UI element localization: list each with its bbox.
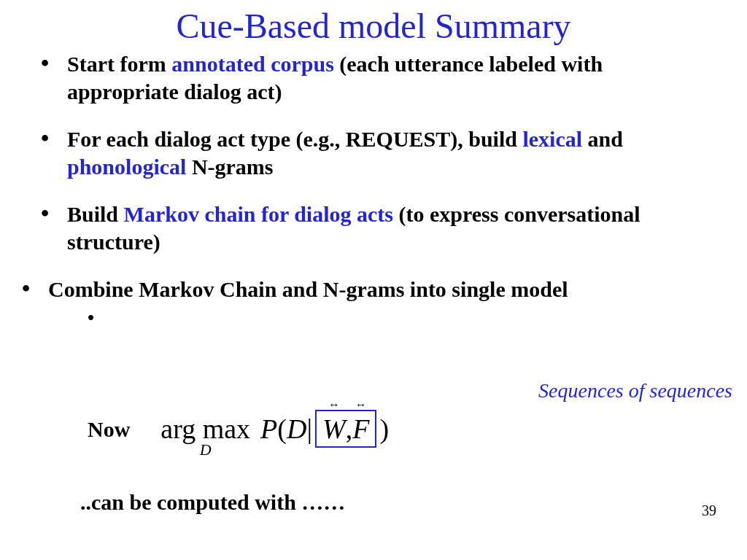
- bullet-list-top: Start form annotated corpus (each uttera…: [0, 50, 747, 255]
- bullet-2-text-c: N-grams: [186, 155, 273, 179]
- sub-bullet-list: Now: [88, 306, 715, 334]
- bullet-2-text-b: and: [582, 127, 623, 151]
- bullet-1: Start form annotated corpus (each uttera…: [41, 50, 715, 105]
- bullet-3-text-a: Build: [67, 202, 124, 226]
- formula-P: P: [260, 413, 277, 445]
- bullet-3: Build Markov chain for dialog acts (to e…: [41, 201, 715, 255]
- slide: Cue-Based model Summary Start form annot…: [0, 6, 747, 560]
- bullet-2: For each dialog act type (e.g., REQUEST)…: [41, 125, 715, 180]
- formula-row: Now arg max D P ( D | W , F ): [88, 410, 389, 457]
- bullet-3-highlight-a: Markov chain for dialog acts: [124, 202, 393, 226]
- now-label: Now: [88, 417, 130, 442]
- formula-box: W , F: [315, 410, 376, 448]
- bullet-4-text: Combine Markov Chain and N-grams into si…: [48, 277, 568, 301]
- bullet-2-highlight-b: phonological: [67, 155, 186, 179]
- argmax-sub: D: [200, 443, 212, 457]
- computed-with: ..can be computed with ……: [80, 490, 345, 515]
- bullet-2-text-a: For each dialog act type (e.g., REQUEST)…: [67, 127, 522, 151]
- bullet-2-highlight-a: lexical: [522, 127, 582, 151]
- sub-bullet-now: Now: [88, 306, 715, 334]
- slide-title: Cue-Based model Summary: [0, 6, 747, 46]
- formula-W: W: [322, 413, 346, 445]
- formula-rparen: ): [379, 413, 389, 445]
- annotation-sequences: Sequences of sequences: [538, 379, 732, 402]
- formula: arg max D P ( D | W , F ): [160, 410, 389, 457]
- argmax: arg max D: [160, 416, 250, 457]
- formula-bar: |: [306, 413, 312, 445]
- argmax-top: arg max: [160, 416, 250, 441]
- formula-lparen: (: [277, 413, 287, 445]
- bullet-1-text-a: Start form: [67, 52, 171, 76]
- formula-comma: ,: [346, 413, 353, 445]
- bullet-4: Combine Markov Chain and N-grams into si…: [22, 276, 715, 333]
- bullet-1-highlight-a: annotated corpus: [171, 52, 334, 76]
- formula-D: D: [287, 413, 306, 445]
- formula-F: F: [352, 413, 369, 445]
- page-number: 39: [702, 502, 716, 519]
- bullet-list-bottom: Combine Markov Chain and N-grams into si…: [0, 276, 747, 333]
